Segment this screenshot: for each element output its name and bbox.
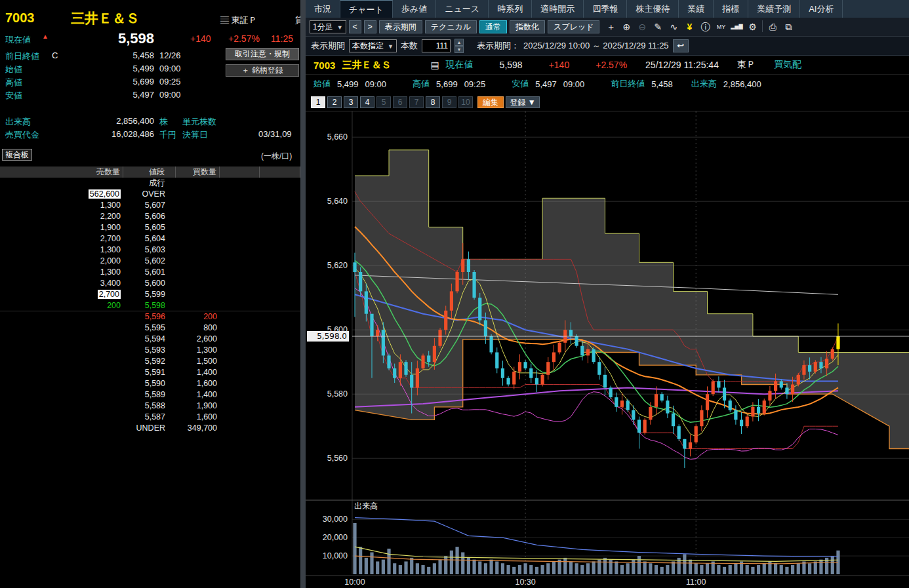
add-symbol-button[interactable]: ＋ 銘柄登録: [226, 64, 299, 77]
chart-page-tab-1[interactable]: 1: [311, 96, 325, 108]
period-settings-row: 表示期間 本数指定▼ 本数 ▲▼ 表示期間： 2025/12/29 10:00 …: [306, 37, 909, 56]
prev-close-value: 5,458: [651, 79, 673, 89]
board-row-ask-5,607[interactable]: 1,3005,607: [0, 200, 300, 211]
nav-tab-四季報[interactable]: 四季報: [584, 0, 627, 18]
board-row-ask-5,606[interactable]: 2,2005,606: [0, 211, 300, 222]
low-time: 09:00: [159, 90, 181, 100]
high-value: 5,699: [436, 79, 458, 89]
board-row-ask-5,599[interactable]: 2,7005,599: [0, 289, 300, 300]
interval-select[interactable]: 1分足▼: [310, 20, 346, 33]
board-row-bid-5,594[interactable]: 5,5942,600: [0, 334, 300, 345]
open-value: 5,499: [62, 64, 154, 73]
bar-count-input[interactable]: [422, 39, 451, 52]
market-badge: ▤ 東証Ｐ: [220, 14, 257, 26]
nav-tab-業績予測[interactable]: 業績予測: [748, 0, 800, 18]
zoom-in-icon[interactable]: ⊕: [619, 20, 634, 33]
chart-ohlc-row: 始値 5,499 09:00 高値 5,699 09:25 安値 5,497 0…: [306, 75, 909, 93]
plus-icon[interactable]: ＋: [603, 20, 618, 33]
next-button[interactable]: >: [364, 20, 376, 33]
my-chart-icon[interactable]: MY: [714, 20, 728, 33]
toolbar-button-表示期間[interactable]: 表示期間: [379, 20, 422, 33]
yen-icon[interactable]: ¥: [682, 20, 697, 33]
quote-change-pct: +2.57%: [596, 60, 627, 70]
board-row-bid-5,595[interactable]: 5,595800: [0, 323, 300, 334]
nav-tab-市況[interactable]: 市況: [306, 0, 340, 18]
board-row-ask-5,600[interactable]: 3,4005,600: [0, 278, 300, 289]
nav-tab-歩み値[interactable]: 歩み値: [393, 0, 436, 18]
chart-page-tab-3[interactable]: 3: [344, 96, 358, 108]
board-row-market-order[interactable]: 成行: [0, 178, 300, 189]
volume-value: 2,856,400: [723, 79, 761, 89]
export-icon[interactable]: ⧉: [781, 20, 796, 33]
price-chart[interactable]: 5,598.05,6605,6405,6205,6005,5805,56030,…: [306, 111, 909, 588]
board-row-ask-5,604[interactable]: 2,7005,604: [0, 233, 300, 245]
wave-icon[interactable]: ∿: [666, 20, 681, 33]
count-spinner[interactable]: ▲▼: [455, 39, 464, 53]
quote-code: 7003: [313, 60, 335, 71]
chart-page-tab-2[interactable]: 2: [327, 96, 342, 108]
period-mode-select[interactable]: 本数指定▼: [349, 39, 397, 52]
board-row-ask-5,603[interactable]: 1,3005,603: [0, 245, 300, 256]
per-share-note: (一株/口): [261, 151, 292, 162]
wrench-icon[interactable]: ⚙: [745, 20, 759, 33]
toolbar-button-指数化[interactable]: 指数化: [510, 20, 545, 33]
toolbar-button-通常[interactable]: 通常: [479, 20, 507, 33]
nav-tab-ニュース[interactable]: ニュース: [436, 0, 489, 18]
histogram-icon[interactable]: ▂▅▇: [729, 20, 744, 33]
board-row-best-bid[interactable]: 5,596200: [0, 311, 300, 323]
volume-value: 2,856,400: [62, 116, 154, 126]
prev-button[interactable]: <: [349, 20, 361, 33]
nav-tab-業績[interactable]: 業績: [679, 0, 714, 18]
sell-qty-header: 売数量: [0, 167, 123, 178]
undo-icon[interactable]: ↩: [673, 39, 689, 52]
board-row-ask-5,602[interactable]: 2,0005,602: [0, 256, 300, 267]
high-label: 高値: [413, 78, 430, 90]
board-row-bid-5,587[interactable]: 5,5871,600: [0, 412, 300, 423]
nav-tab-株主優待[interactable]: 株主優待: [627, 0, 679, 18]
price-change: +140: [190, 33, 211, 44]
composite-board-button[interactable]: 複合板: [2, 149, 32, 161]
stock-code: 7003: [5, 10, 35, 26]
chevron-down-icon: ▼: [388, 43, 394, 50]
toolbar-button-テクニカル[interactable]: テクニカル: [425, 20, 477, 33]
volume-pane-label: 出来高: [354, 501, 378, 511]
nav-tab-指標[interactable]: 指標: [714, 0, 748, 18]
edit-button[interactable]: 編集: [477, 96, 504, 108]
board-row-ask-5,601[interactable]: 1,3005,601: [0, 267, 300, 278]
board-row-bid-5,588[interactable]: 5,5881,900: [0, 401, 300, 412]
nav-tab-時系列[interactable]: 時系列: [489, 0, 532, 18]
margin-flag: 貸: [295, 14, 300, 26]
printer-icon[interactable]: ⎙: [765, 20, 780, 33]
board-row-bid-5,589[interactable]: 5,5891,400: [0, 389, 300, 401]
nav-tab-チャート[interactable]: チャート: [340, 0, 393, 18]
board-row-best-ask[interactable]: 2005,598: [0, 300, 300, 311]
svg-text:30,000: 30,000: [323, 515, 348, 524]
nav-tab-適時開示[interactable]: 適時開示: [532, 0, 584, 18]
unit-shares-label: 単元株数: [182, 116, 216, 128]
board-row-over[interactable]: 562,600OVER: [0, 189, 300, 200]
board-row-bid-5,590[interactable]: 5,5901,600: [0, 378, 300, 389]
chart-page-tab-4[interactable]: 4: [360, 96, 374, 108]
turnover-value: 16,028,486: [62, 129, 154, 139]
order-book: 売数量 値段 買数量 成行562,600OVER1,3005,6072,2005…: [0, 167, 300, 434]
chart-page-tab-9: 9: [442, 96, 456, 108]
register-button[interactable]: 登録 ▼: [506, 96, 540, 108]
period-label: 表示期間: [311, 40, 345, 52]
board-row-ask-5,605[interactable]: 1,9005,605: [0, 222, 300, 233]
nav-tab-AI分析[interactable]: AI分析: [800, 0, 843, 18]
board-row-bid-5,591[interactable]: 5,5911,400: [0, 367, 300, 378]
board-row-bid-5,593[interactable]: 5,5931,300: [0, 345, 300, 356]
pencil-icon[interactable]: ✎: [651, 20, 665, 33]
chart-page-tab-8[interactable]: 8: [426, 96, 440, 108]
toolbar-button-スプレッド[interactable]: スプレッド: [548, 20, 599, 33]
prev-close-flag: C: [52, 50, 58, 60]
panel-splitter[interactable]: [300, 0, 306, 588]
range-value: 2025/12/29 10:00 ～ 2025/12/29 11:25: [523, 40, 669, 52]
info-icon[interactable]: ⓘ: [698, 20, 712, 33]
board-row-bid-5,592[interactable]: 5,5921,500: [0, 356, 300, 367]
board-row-under[interactable]: UNDER349,700: [0, 423, 300, 434]
svg-text:10:00: 10:00: [344, 578, 365, 587]
chart-quote-row: 7003 三井Ｅ＆Ｓ ▤ 現在値 5,598 +140 +2.57% 25/12…: [306, 56, 909, 75]
trade-caution-button[interactable]: 取引注意・規制: [226, 48, 299, 60]
list-icon: ▤: [430, 60, 439, 70]
